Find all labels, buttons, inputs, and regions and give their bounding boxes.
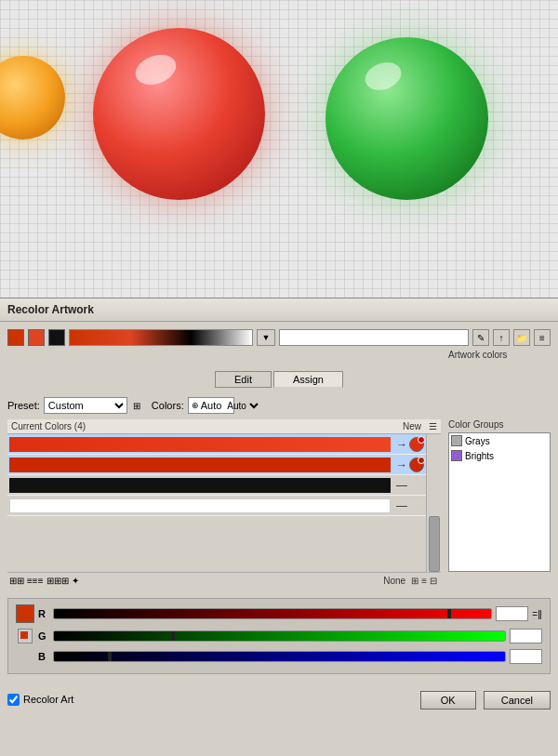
color-bar-3 (9, 478, 391, 493)
list-view-icon[interactable]: ≡≡≡ (27, 576, 44, 586)
ball-red (93, 28, 265, 200)
color-list-inner: → → (7, 434, 426, 572)
r-slider[interactable] (53, 608, 492, 619)
tab-assign[interactable]: Assign (273, 371, 343, 388)
dash-3: — (396, 479, 407, 492)
g-value[interactable]: 72 (510, 629, 542, 643)
scrollbar[interactable] (426, 434, 441, 572)
rgb-section: R 237 =‖ G 72 (7, 598, 551, 674)
tab-edit[interactable]: Edit (215, 371, 272, 388)
group-grays[interactable]: Grays (449, 433, 550, 448)
color-bar-1 (9, 437, 391, 452)
g-icon (18, 629, 33, 643)
color-preview[interactable] (16, 604, 34, 623)
color-row-4[interactable]: — (7, 496, 426, 516)
upload-icon[interactable]: ↑ (493, 329, 510, 346)
main-content: Current Colors (4) New ☰ → (7, 419, 551, 589)
colors-label: Colors: (152, 400, 184, 411)
preset-row: Preset: Custom Default ⊞ Colors: ⊕ Auto … (7, 397, 551, 414)
ball-orange (0, 56, 65, 139)
color-groups-list: Grays Brights (448, 432, 551, 572)
brights-label: Brights (465, 451, 494, 461)
b-label: B (38, 651, 49, 662)
recolor-artwork-dialog: Recolor Artwork ▼ ✎ ↑ 📁 ≡ Artwork colors (0, 298, 558, 756)
preset-select[interactable]: Custom Default (44, 397, 127, 414)
r-icon: =‖ (532, 609, 542, 619)
grays-swatch (451, 435, 462, 446)
color-groups-panel: Color Groups Grays Brights R: 2 G: (448, 419, 551, 589)
arrow-icon-1: → (396, 438, 407, 451)
toolbar-row: ▼ ✎ ↑ 📁 ≡ (7, 329, 551, 346)
ball-green (326, 37, 488, 200)
color-list-wrapper: → → (7, 434, 441, 572)
b-thumb[interactable] (108, 652, 112, 661)
canvas-area (0, 0, 558, 298)
g-row: G 72 (16, 627, 542, 645)
right-icons: None ⊞ ≡ ⊟ (383, 576, 439, 586)
tab-row: Edit Assign (7, 371, 551, 388)
b-slider[interactable] (53, 651, 506, 662)
artwork-colors-input[interactable] (279, 329, 469, 346)
menu-icon[interactable]: ≡ (534, 329, 551, 346)
b-value[interactable]: 32 (510, 649, 542, 664)
g-thumb[interactable] (171, 631, 175, 641)
brights-swatch (451, 450, 462, 461)
eyedropper-icon[interactable]: ✎ (472, 329, 489, 346)
dash-4: — (396, 499, 407, 512)
folder-icon[interactable]: 📁 (513, 329, 530, 346)
b-row: B 32 (16, 649, 542, 664)
colors-spin[interactable]: ⊕ Auto Auto (188, 397, 234, 414)
grid-icon-right[interactable]: ⊞ (411, 576, 418, 586)
print-icon[interactable]: ✦ (72, 576, 79, 586)
cancel-button[interactable]: Cancel (484, 691, 551, 710)
swatch-red2[interactable] (28, 329, 45, 346)
swatch-black[interactable] (48, 329, 65, 346)
sort-icon-right[interactable]: ⊟ (430, 576, 437, 586)
g-icon-area (16, 627, 34, 645)
color-row-2[interactable]: → (7, 455, 426, 475)
color-bar-4 (9, 498, 391, 513)
scrollbar-thumb[interactable] (429, 516, 440, 572)
arrow-icon-2: → (396, 458, 407, 471)
g-label: G (38, 630, 49, 642)
color-list-header: Current Colors (4) New ☰ (7, 419, 441, 434)
artwork-colors-label: Artwork colors (448, 350, 551, 360)
g-slider[interactable] (53, 630, 506, 642)
dialog-title: Recolor Artwork (0, 298, 558, 322)
add-rows-icon[interactable]: ⊞⊞ (9, 576, 24, 586)
color-bar-2 (9, 458, 391, 472)
ok-button[interactable]: OK (420, 691, 476, 710)
recolor-art-checkbox[interactable] (7, 694, 20, 706)
grid-view-icon[interactable]: ⊞⊞⊞ (46, 576, 69, 586)
new-color-1[interactable] (409, 437, 424, 452)
color-row-1[interactable]: → (7, 434, 426, 455)
color-bar[interactable] (69, 329, 253, 346)
list-bottom-icons: ⊞⊞ ≡≡≡ ⊞⊞⊞ ✦ None ⊞ ≡ ⊟ (7, 572, 441, 589)
color-bar-dropdown[interactable]: ▼ (257, 329, 275, 346)
swatch-red[interactable] (7, 329, 24, 346)
r-row: R 237 =‖ (16, 604, 542, 623)
color-list-section: Current Colors (4) New ☰ → (7, 419, 441, 589)
color-groups-label: Color Groups (448, 419, 551, 430)
r-thumb[interactable] (447, 609, 451, 618)
list-empty-space (7, 516, 426, 572)
recolor-art-label: Recolor Art (23, 694, 73, 705)
grays-label: Grays (465, 436, 490, 446)
r-label: R (38, 608, 49, 619)
left-icons: ⊞⊞ ≡≡≡ ⊞⊞⊞ ✦ (9, 576, 79, 586)
recolor-row: Recolor Art (7, 694, 73, 706)
group-brights[interactable]: Brights (449, 448, 550, 463)
button-row: OK Cancel (420, 691, 551, 710)
list-icon-right[interactable]: ≡ (421, 576, 427, 586)
none-label: None (383, 576, 405, 586)
new-color-2[interactable] (409, 458, 424, 472)
r-value[interactable]: 237 (496, 606, 528, 621)
bottom-row: Recolor Art OK Cancel (7, 685, 551, 710)
colors-dropdown[interactable]: Auto (223, 400, 261, 412)
color-row-3[interactable]: — (7, 475, 426, 496)
preset-label: Preset: (7, 400, 40, 411)
